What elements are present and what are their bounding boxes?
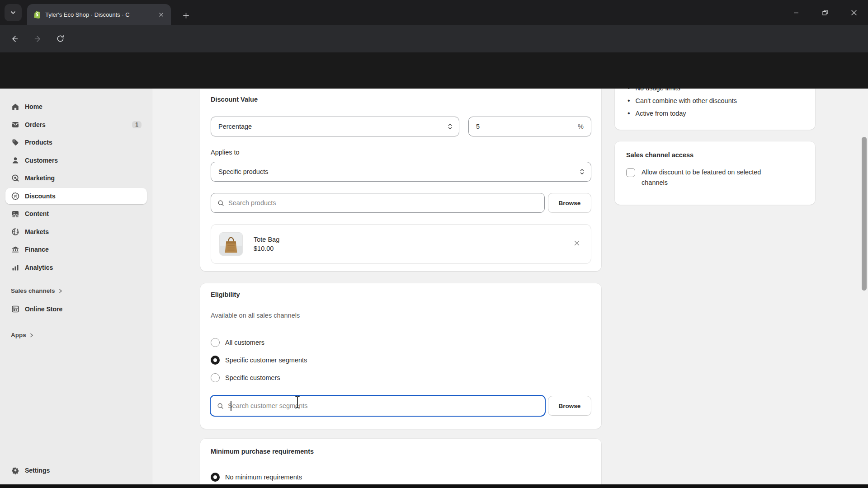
tab-close-icon[interactable] bbox=[156, 10, 165, 19]
reload-button[interactable] bbox=[52, 31, 68, 47]
sidebar-item-finance[interactable]: Finance bbox=[5, 241, 147, 258]
shopify-top-bar: shopify Unsaved discount Discard Save 1 … bbox=[0, 52, 868, 89]
sidebar-item-products[interactable]: Products bbox=[5, 134, 147, 150]
content-icon bbox=[11, 209, 20, 218]
discount-summary-card: No usage limits Can't combine with other… bbox=[615, 89, 815, 130]
summary-bullet-list: No usage limits Can't combine with other… bbox=[627, 89, 815, 120]
featured-channels-option[interactable]: Allow discount to be featured on selecte… bbox=[626, 167, 802, 188]
sidebar-item-customers[interactable]: Customers bbox=[5, 152, 147, 169]
discount-value-title: Discount Value bbox=[211, 96, 258, 103]
sidebar-item-markets[interactable]: Markets bbox=[5, 224, 147, 240]
summary-bullet-text: No usage limits bbox=[636, 89, 680, 92]
sidebar-item-analytics[interactable]: Analytics bbox=[5, 259, 147, 276]
selected-product-row: Tote Bag $10.00 bbox=[211, 224, 591, 264]
sidebar-item-orders[interactable]: Orders 1 bbox=[5, 117, 147, 133]
minimum-purchase-title: Minimum purchase requirements bbox=[211, 448, 314, 455]
sidebar-item-label: Marketing bbox=[25, 174, 55, 182]
sales-channels-heading[interactable]: Sales channels bbox=[11, 287, 63, 294]
browser-tab-strip: Tyler's Eco Shop · Discounts · C bbox=[0, 0, 868, 25]
browser-toolbar: admin.shopify.com/store/jy63jq-dc/discou… bbox=[0, 25, 868, 52]
tab-search-button[interactable] bbox=[5, 4, 22, 21]
window-close-button[interactable] bbox=[847, 6, 861, 19]
ibeam-cursor bbox=[294, 395, 301, 409]
remove-product-button[interactable] bbox=[574, 239, 580, 249]
back-icon bbox=[10, 34, 19, 43]
radio-selected-icon bbox=[211, 356, 220, 365]
online-store-icon bbox=[11, 305, 20, 314]
sales-channel-access-title: Sales channel access bbox=[626, 151, 693, 159]
eligibility-card: Eligibility Available on all sales chann… bbox=[200, 283, 601, 429]
sidebar-nav: Home Orders 1 Products Customers Marketi… bbox=[5, 99, 147, 276]
sidebar-item-label: Content bbox=[25, 210, 49, 217]
radio-selected-icon bbox=[211, 473, 220, 482]
product-search-input[interactable] bbox=[228, 199, 544, 206]
summary-bullet: Active from today bbox=[627, 107, 815, 120]
sidebar-item-label: Markets bbox=[25, 228, 49, 235]
restore-icon bbox=[822, 9, 828, 16]
browse-segments-button[interactable]: Browse bbox=[548, 396, 591, 416]
new-tab-button[interactable] bbox=[180, 9, 192, 21]
radio-icon bbox=[211, 373, 220, 382]
sidebar-item-label: Discounts bbox=[25, 192, 56, 200]
product-search-box[interactable] bbox=[211, 193, 545, 213]
sidebar-item-settings[interactable]: Settings bbox=[5, 462, 147, 479]
sidebar-item-marketing[interactable]: Marketing bbox=[5, 170, 147, 186]
gear-icon bbox=[11, 466, 20, 475]
applies-to-label: Applies to bbox=[211, 149, 240, 156]
sidebar-item-label: Analytics bbox=[25, 264, 53, 271]
sidebar-item-online-store[interactable]: Online Store bbox=[5, 301, 147, 317]
window-controls bbox=[789, 0, 868, 25]
discount-amount-field[interactable]: 5 % bbox=[468, 117, 591, 136]
sidebar-item-label: Customers bbox=[25, 157, 58, 164]
sidebar-item-label: Online Store bbox=[25, 305, 62, 313]
browse-products-button[interactable]: Browse bbox=[548, 193, 591, 213]
forward-button[interactable] bbox=[30, 31, 45, 47]
applies-to-select[interactable]: Specific products bbox=[211, 162, 591, 182]
radio-specific-customer-segments[interactable]: Specific customer segments bbox=[211, 356, 307, 365]
radio-no-minimum[interactable]: No minimum requirements bbox=[211, 473, 302, 482]
marketing-icon bbox=[11, 174, 20, 183]
browser-tab[interactable]: Tyler's Eco Shop · Discounts · C bbox=[27, 4, 171, 25]
summary-bullet: Can't combine with other discounts bbox=[627, 94, 815, 107]
sidebar-item-label: Finance bbox=[25, 246, 49, 253]
orders-icon bbox=[11, 120, 20, 129]
chevron-down-icon bbox=[10, 9, 16, 16]
customer-segment-search-input[interactable] bbox=[228, 402, 545, 409]
radio-label: Specific customer segments bbox=[225, 357, 307, 364]
applies-to-value: Specific products bbox=[211, 168, 579, 175]
product-name: Tote Bag bbox=[254, 236, 279, 243]
radio-label: Specific customers bbox=[225, 374, 280, 381]
page-scrollbar[interactable] bbox=[862, 137, 867, 291]
home-icon bbox=[11, 102, 20, 111]
sidebar-item-home[interactable]: Home bbox=[5, 99, 147, 115]
summary-bullet-text: Active from today bbox=[636, 110, 686, 117]
checkbox-label: Allow discount to be featured on selecte… bbox=[642, 167, 777, 188]
sidebar-item-discounts[interactable]: Discounts bbox=[5, 188, 147, 204]
summary-bullet-text: Can't combine with other discounts bbox=[636, 97, 737, 104]
sidebar-item-label: Settings bbox=[25, 467, 50, 474]
minimize-icon bbox=[793, 9, 799, 16]
apps-heading[interactable]: Apps bbox=[11, 332, 34, 338]
back-button[interactable] bbox=[7, 31, 23, 47]
radio-all-customers[interactable]: All customers bbox=[211, 338, 264, 347]
window-minimize-button[interactable] bbox=[789, 6, 803, 19]
close-icon bbox=[574, 240, 580, 246]
text-caret bbox=[231, 401, 231, 411]
radio-icon bbox=[211, 338, 220, 347]
discount-type-select[interactable]: Percentage bbox=[211, 117, 459, 136]
markets-globe-icon bbox=[11, 227, 20, 236]
sidebar-item-label: Home bbox=[25, 103, 42, 110]
checkbox-icon[interactable] bbox=[626, 168, 635, 177]
window-restore-button[interactable] bbox=[818, 6, 832, 19]
shopify-favicon bbox=[33, 10, 41, 19]
customer-segment-search-box[interactable] bbox=[210, 395, 546, 417]
sidebar-item-content[interactable]: Content bbox=[5, 206, 147, 222]
radio-specific-customers[interactable]: Specific customers bbox=[211, 373, 280, 382]
product-info: Tote Bag $10.00 bbox=[254, 236, 279, 252]
window-bottom-edge bbox=[0, 484, 868, 488]
admin-sidebar: Home Orders 1 Products Customers Marketi… bbox=[0, 89, 152, 484]
customers-icon bbox=[11, 156, 20, 165]
summary-bullet: No usage limits bbox=[627, 89, 815, 94]
radio-label: All customers bbox=[225, 339, 264, 346]
search-icon bbox=[217, 402, 224, 410]
